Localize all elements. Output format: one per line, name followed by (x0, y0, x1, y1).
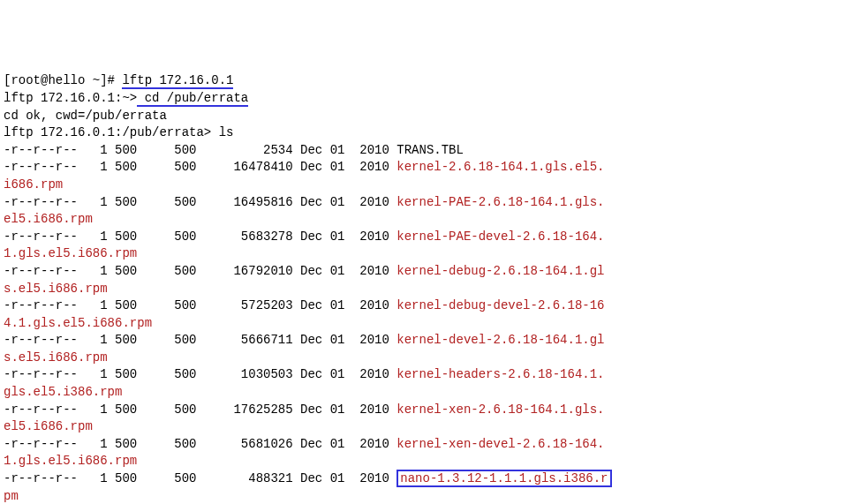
file-name: kernel-debug-2.6.18-164.1.gl (397, 264, 604, 278)
shell-prompt: [root@hello ~]# lftp 172.16.0.1 (4, 72, 857, 90)
file-row: -r--r--r-- 1 500 500 1030503 Dec 01 2010… (4, 366, 857, 384)
file-name-wrap: el5.i686.rpm (4, 211, 857, 229)
lftp-prompt: lftp 172.16.0.1:~> cd /pub/errata (4, 90, 857, 108)
file-name: kernel-2.6.18-164.1.gls.el5. (397, 160, 604, 174)
file-row: -r--r--r-- 1 500 500 5683278 Dec 01 2010… (4, 229, 857, 246)
file-name: TRANS.TBL (397, 143, 464, 157)
file-name-wrap: el5.i686.rpm (4, 418, 857, 436)
file-name-wrap: s.el5.i686.rpm (4, 350, 857, 367)
cd-result: cd ok, cwd=/pub/errata (4, 108, 857, 125)
file-name-wrap: 1.gls.el5.i686.rpm (4, 245, 857, 263)
file-name: kernel-PAE-2.6.18-164.1.gls. (397, 195, 604, 209)
file-row: -r--r--r-- 1 500 500 488321 Dec 01 2010 … (4, 470, 857, 488)
file-row: -r--r--r-- 1 500 500 17625285 Dec 01 201… (4, 402, 857, 419)
file-row: -r--r--r-- 1 500 500 5666711 Dec 01 2010… (4, 332, 857, 350)
file-row: -r--r--r-- 1 500 500 16495816 Dec 01 201… (4, 194, 857, 212)
file-name: kernel-headers-2.6.18-164.1. (397, 367, 604, 381)
file-name-wrap: s.el5.i686.rpm (4, 281, 857, 298)
file-name: kernel-xen-devel-2.6.18-164. (397, 437, 604, 451)
terminal-output: [root@hello ~]# lftp 172.16.0.1lftp 172.… (4, 72, 857, 504)
file-name: kernel-PAE-devel-2.6.18-164. (397, 229, 604, 244)
file-name-wrap: 1.gls.el5.i686.rpm (4, 453, 857, 470)
file-row: -r--r--r-- 1 500 500 16478410 Dec 01 201… (4, 159, 857, 177)
file-name-wrap: 4.1.gls.el5.i686.rpm (4, 315, 857, 333)
command-cd: cd /pub/errata (137, 91, 248, 107)
file-row: -r--r--r-- 1 500 500 2534 Dec 01 2010 TR… (4, 142, 857, 160)
file-name: kernel-debug-devel-2.6.18-16 (397, 298, 604, 312)
file-row: -r--r--r-- 1 500 500 5681026 Dec 01 2010… (4, 436, 857, 454)
file-name-wrap: i686.rpm (4, 177, 857, 194)
command-lftp: lftp 172.16.0.1 (122, 73, 233, 89)
file-name: kernel-xen-2.6.18-164.1.gls. (397, 402, 604, 417)
file-name-highlighted: nano-1.3.12-1.1.1.gls.i386.r (397, 470, 611, 487)
file-name-wrap: gls.el5.i386.rpm (4, 384, 857, 402)
file-row: -r--r--r-- 1 500 500 5725203 Dec 01 2010… (4, 297, 857, 315)
file-name-wrap: pm (4, 488, 857, 504)
file-row: -r--r--r-- 1 500 500 16792010 Dec 01 201… (4, 263, 857, 281)
ls-command: lftp 172.16.0.1:/pub/errata> ls (4, 124, 857, 142)
file-name: kernel-devel-2.6.18-164.1.gl (397, 333, 604, 347)
